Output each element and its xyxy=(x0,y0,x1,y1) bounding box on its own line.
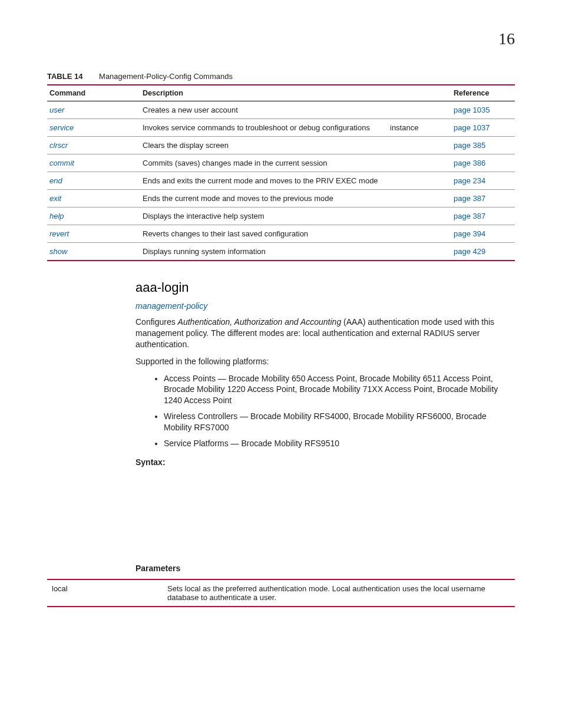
command-link[interactable]: show xyxy=(49,247,67,256)
commands-table: Command Description Reference userCreate… xyxy=(47,84,515,261)
th-reference: Reference xyxy=(451,85,515,101)
command-description: Displays running system information xyxy=(140,243,388,261)
command-description: Ends and exits the current mode and move… xyxy=(140,172,388,190)
page-link[interactable]: page 234 xyxy=(454,176,485,185)
command-instance xyxy=(388,190,451,207)
list-item: Service Platforms — Brocade Mobility RFS… xyxy=(164,438,515,449)
table-row: localSets local as the preferred authent… xyxy=(47,579,515,607)
command-link[interactable]: end xyxy=(49,176,62,185)
command-link[interactable]: service xyxy=(49,123,74,132)
table-caption-text: Management-Policy-Config Commands xyxy=(99,72,233,81)
command-link[interactable]: revert xyxy=(49,229,69,238)
th-instance xyxy=(388,85,451,101)
table-caption: TABLE 14 Management-Policy-Config Comman… xyxy=(47,72,515,81)
table-row: userCreates a new user accountpage 1035 xyxy=(47,101,515,119)
syntax-heading: Syntax: xyxy=(135,457,515,467)
syntax-block xyxy=(135,467,515,555)
command-link[interactable]: user xyxy=(49,106,64,114)
page-link[interactable]: page 385 xyxy=(454,141,485,150)
command-instance xyxy=(388,207,451,225)
section-title: aaa-login xyxy=(135,280,515,295)
command-description: Displays the interactive help system xyxy=(140,207,388,225)
table-row: showDisplays running system informationp… xyxy=(47,243,515,261)
command-instance xyxy=(388,225,451,243)
page-link[interactable]: page 1037 xyxy=(454,123,490,132)
section-para-1: Configures Authentication, Authorization… xyxy=(135,317,515,350)
param-description: Sets local as the preferred authenticati… xyxy=(163,579,515,607)
para1-em: Authentication, Authorization and Accoun… xyxy=(178,317,342,327)
command-instance xyxy=(388,172,451,190)
page-link[interactable]: page 386 xyxy=(454,159,485,167)
page-link[interactable]: page 1035 xyxy=(454,106,490,114)
list-item: Access Points — Brocade Mobility 650 Acc… xyxy=(164,373,515,407)
th-command: Command xyxy=(47,85,140,101)
command-link[interactable]: commit xyxy=(49,159,74,167)
th-description: Description xyxy=(140,85,388,101)
page-link[interactable]: page 387 xyxy=(454,212,485,220)
table-row: commitCommits (saves) changes made in th… xyxy=(47,154,515,172)
command-link[interactable]: clrscr xyxy=(49,141,68,150)
section-para-2: Supported in the following platforms: xyxy=(135,356,515,367)
para1-pre: Configures xyxy=(135,317,178,327)
command-description: Clears the display screen xyxy=(140,137,388,154)
command-description: Reverts changes to their last saved conf… xyxy=(140,225,388,243)
command-link[interactable]: help xyxy=(49,212,64,220)
command-description: Creates a new user account xyxy=(140,101,388,119)
section-parent-link[interactable]: management-policy xyxy=(135,301,515,311)
page-link[interactable]: page 429 xyxy=(454,247,485,256)
command-instance xyxy=(388,137,451,154)
command-link[interactable]: exit xyxy=(49,194,61,203)
parameters-heading: Parameters xyxy=(135,564,515,573)
table-row: serviceInvokes service commands to troub… xyxy=(47,119,515,137)
table-row: endEnds and exits the current mode and m… xyxy=(47,172,515,190)
command-instance: instance xyxy=(388,119,451,137)
command-instance xyxy=(388,154,451,172)
page-link[interactable]: page 394 xyxy=(454,229,485,238)
page-link[interactable]: page 387 xyxy=(454,194,485,203)
param-name: local xyxy=(47,579,163,607)
parameters-table: localSets local as the preferred authent… xyxy=(47,579,515,607)
platforms-list: Access Points — Brocade Mobility 650 Acc… xyxy=(135,373,515,449)
command-instance xyxy=(388,101,451,119)
command-instance xyxy=(388,243,451,261)
command-description: Commits (saves) changes made in the curr… xyxy=(140,154,388,172)
table-row: helpDisplays the interactive help system… xyxy=(47,207,515,225)
table-row: exitEnds the current mode and moves to t… xyxy=(47,190,515,207)
table-row: revertReverts changes to their last save… xyxy=(47,225,515,243)
table-row: clrscrClears the display screenpage 385 xyxy=(47,137,515,154)
command-description: Invokes service commands to troubleshoot… xyxy=(140,119,388,137)
table-caption-label: TABLE 14 xyxy=(47,72,82,81)
command-description: Ends the current mode and moves to the p… xyxy=(140,190,388,207)
page-number: 16 xyxy=(47,29,515,48)
section-aaa-login: aaa-login management-policy Configures A… xyxy=(135,280,515,573)
list-item: Wireless Controllers — Brocade Mobility … xyxy=(164,411,515,433)
